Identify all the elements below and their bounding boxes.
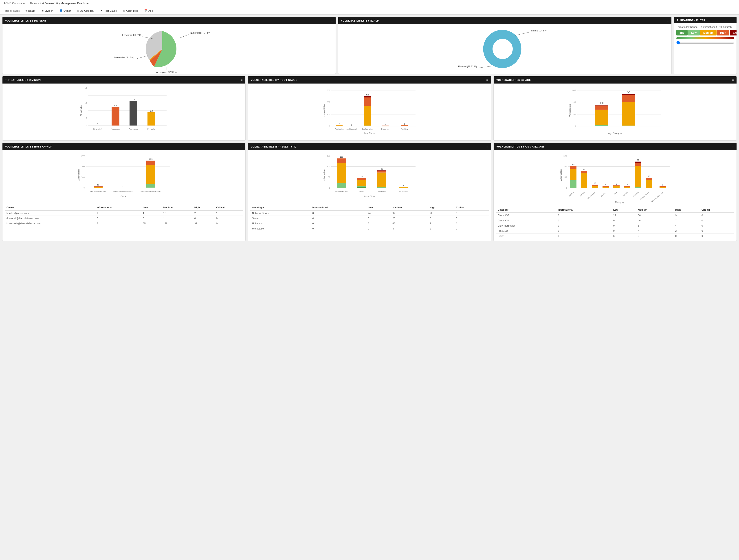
table-cell: Unknown xyxy=(250,221,310,226)
automotive-label: Automotive (5.17 %) xyxy=(114,56,134,59)
table-cell: kovercash@directdefense.com xyxy=(5,221,95,226)
root-cause-svg: Vulnerabilities 300 200 100 0 xyxy=(250,86,489,137)
svg-text:Server: Server xyxy=(359,190,364,192)
filter-owner[interactable]: 👤 Owner xyxy=(58,9,72,13)
svg-text:Discovery: Discovery xyxy=(381,128,389,130)
table-cell: 0 xyxy=(310,211,366,216)
filter-division[interactable]: ⊞ Division xyxy=(40,9,54,13)
ti-range-input[interactable] xyxy=(677,41,734,44)
svg-rect-113 xyxy=(357,178,366,180)
svg-rect-35 xyxy=(364,106,371,126)
table-row: Unknown066691 xyxy=(250,221,489,226)
division-menu-icon[interactable]: ≡ xyxy=(331,19,333,22)
table-cell: Linux xyxy=(496,234,556,239)
ti-div-menu-icon[interactable]: ≡ xyxy=(241,78,243,82)
age-menu-icon[interactable]: ≡ xyxy=(732,78,734,82)
os-col-critical: Critical xyxy=(700,207,734,213)
svg-rect-79 xyxy=(94,188,103,188)
svg-rect-137 xyxy=(570,169,577,180)
root-cause-icon: ⚑ xyxy=(101,9,103,12)
svg-text:Vulnerabilities: Vulnerabilities xyxy=(569,104,571,117)
svg-text:82: 82 xyxy=(637,159,639,161)
svg-text:FreeBSD: FreeBSD xyxy=(600,191,607,197)
svg-text:Application: Application xyxy=(335,128,343,130)
svg-text:53: 53 xyxy=(583,168,585,171)
table-cell: 3 xyxy=(95,221,141,226)
ti-medium-btn[interactable]: Medium xyxy=(700,30,717,35)
vuln-by-realm-body: Internal (1.48 %) External (98.52 %) xyxy=(338,24,672,74)
breadcrumb-company[interactable]: ACME Corporation xyxy=(4,2,26,5)
svg-text:69: 69 xyxy=(572,163,574,165)
svg-text:82: 82 xyxy=(381,168,383,170)
svg-text:Configuration: Configuration xyxy=(362,128,373,130)
filter-owner-label: Owner xyxy=(63,9,71,12)
svg-text:138: 138 xyxy=(340,156,343,158)
svg-text:200: 200 xyxy=(81,165,85,168)
svg-text:Architectural: Architectural xyxy=(346,128,357,130)
breadcrumb-section[interactable]: Threats xyxy=(30,2,39,5)
automotive-ti-bar xyxy=(130,101,137,126)
filter-root-cause[interactable]: ⚑ Root Cause xyxy=(99,9,118,13)
svg-text:Aerospace: Aerospace xyxy=(111,128,120,130)
filter-age[interactable]: 📅 Age xyxy=(143,9,154,13)
root-cause-panel: VULNERABILITIES BY ROOT CAUSE ≡ Vulnerab… xyxy=(248,76,491,141)
ti-slider[interactable] xyxy=(677,37,734,39)
table-cell: 4 xyxy=(310,216,366,221)
table-cell: 2 xyxy=(636,234,674,239)
root-cause-menu-icon[interactable]: ≡ xyxy=(486,78,488,82)
svg-rect-59 xyxy=(595,125,608,126)
vuln-by-division-header: VULNERABILITIES BY DIVISION ≡ xyxy=(2,17,336,24)
threatindex-filter-body: ThreatIndex Range: 0 (Informational) - 1… xyxy=(674,23,737,47)
table-row: kovercash@directdefense.com335178390 xyxy=(5,221,243,226)
svg-text:300: 300 xyxy=(572,89,576,92)
os-category-menu-icon[interactable]: ≡ xyxy=(732,145,734,148)
realm-menu-icon[interactable]: ≡ xyxy=(667,19,669,22)
breadcrumb: ACME Corporation / Threats / ⊕ Vulnerabi… xyxy=(4,2,735,5)
threatindex-div-title: THREATINDEX BY DIVISION xyxy=(5,79,41,81)
ti-high-btn[interactable]: High xyxy=(717,30,729,35)
table-cell: 0 xyxy=(556,223,611,228)
ti-critical-btn[interactable]: Critical xyxy=(730,30,737,35)
table-cell: 0 xyxy=(454,211,489,216)
col-info: Informational xyxy=(95,205,141,211)
ti-low-btn[interactable]: Low xyxy=(688,30,700,35)
filter-realm[interactable]: ⊕ Realm xyxy=(24,9,37,13)
dashboard: VULNERABILITIES BY DIVISION ≡ xyxy=(0,15,739,243)
svg-text:15: 15 xyxy=(97,184,99,186)
svg-rect-40 xyxy=(382,126,389,126)
svg-rect-117 xyxy=(378,172,386,186)
svg-text:100: 100 xyxy=(81,176,85,178)
filter-asset-type[interactable]: ⊞ Asset Type xyxy=(122,9,139,13)
asset-type-panel: VULNERABILITIES BY ASSET TYPE ≡ Vulnerab… xyxy=(248,143,491,241)
filter-os-category[interactable]: ⊞ OS Category xyxy=(76,9,96,13)
table-cell: 0 xyxy=(674,234,700,239)
ti-info-btn[interactable]: Info xyxy=(677,30,688,35)
header: ACME Corporation / Threats / ⊕ Vulnerabi… xyxy=(0,0,739,7)
root-cause-chart: Vulnerabilities 300 200 100 0 xyxy=(250,86,489,138)
enterprise-label: (Enterprise) (1.48 %) xyxy=(190,32,211,34)
svg-text:Vulnerabilities: Vulnerabilities xyxy=(323,169,325,181)
table-cell: 0 xyxy=(141,216,161,221)
svg-text:8: 8 xyxy=(404,123,405,125)
table-cell: Server xyxy=(250,216,310,221)
svg-text:4: 4 xyxy=(385,123,386,126)
table-cell: 1 xyxy=(162,216,193,221)
realm-chart: Internal (1.48 %) External (98.52 %) xyxy=(340,26,669,72)
table-cell: 4 xyxy=(636,228,674,234)
table-cell: 6 xyxy=(366,221,391,226)
svg-rect-147 xyxy=(602,186,609,186)
svg-text:255: 255 xyxy=(149,158,152,160)
vuln-by-division-title: VULNERABILITIES BY DIVISION xyxy=(5,19,46,22)
svg-rect-153 xyxy=(624,186,630,186)
table-row: Workstation00320 xyxy=(250,226,489,231)
host-owner-body: Vulnerabilities 300 200 100 0 xyxy=(2,150,245,228)
svg-text:Citrix NetScaler: Citrix NetScaler xyxy=(586,191,596,200)
svg-text:Vulnerabilities: Vulnerabilities xyxy=(560,169,562,181)
table-cell: bbarker@acme.com xyxy=(5,211,95,216)
os-category-body: Vulnerabilities 100 60 30 0 xyxy=(494,150,737,241)
svg-text:7.5: 7.5 xyxy=(114,104,117,107)
asset-type-menu-icon[interactable]: ≡ xyxy=(486,145,488,148)
ti-div-y-label: ThreatIndex xyxy=(80,105,82,116)
host-owner-menu-icon[interactable]: ≡ xyxy=(241,145,243,148)
svg-text:0: 0 xyxy=(575,125,576,127)
